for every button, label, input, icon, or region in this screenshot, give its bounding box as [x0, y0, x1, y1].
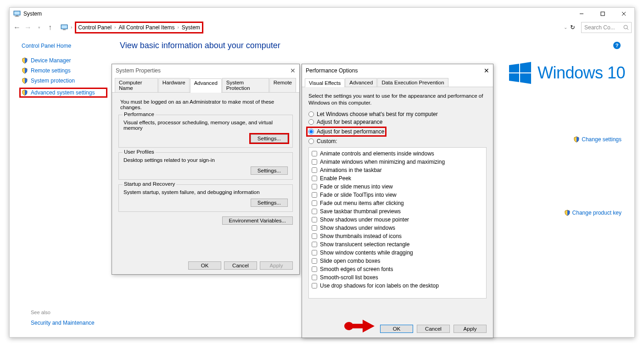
sidebar-item-system-protection[interactable]: System protection — [22, 78, 106, 84]
sidebar-item-device-manager[interactable]: Device Manager — [22, 57, 106, 64]
check-item[interactable]: Fade out menu items after clicking — [312, 199, 483, 207]
sidebar-item-advanced-system-settings[interactable]: Advanced system settings — [19, 88, 107, 98]
check-item[interactable]: Save taskbar thumbnail previews — [312, 207, 483, 216]
checkbox[interactable] — [312, 250, 317, 255]
apply-button[interactable]: Apply — [260, 261, 293, 270]
check-item[interactable]: Smooth-scroll list boxes — [312, 273, 483, 282]
checkbox[interactable] — [312, 209, 317, 214]
chevron-right-icon[interactable]: › — [177, 25, 179, 30]
check-item[interactable]: Animate controls and elements inside win… — [312, 150, 483, 158]
back-button[interactable]: ← — [12, 23, 22, 32]
radio-best-performance[interactable]: Adjust for best performance — [306, 127, 386, 137]
checkbox[interactable] — [312, 266, 317, 272]
radio-custom[interactable]: Custom: — [308, 138, 487, 144]
chevron-right-icon[interactable]: › — [71, 25, 72, 30]
change-settings-label: Change settings — [582, 136, 622, 143]
checkbox[interactable] — [312, 217, 317, 222]
performance-settings-button[interactable]: Settings... — [251, 134, 288, 143]
check-item[interactable]: Animations in the taskbar — [312, 166, 483, 174]
checkbox[interactable] — [312, 275, 317, 280]
maximize-button[interactable] — [592, 8, 613, 20]
tab-advanced[interactable]: Advanced — [190, 78, 222, 93]
checkbox[interactable] — [312, 258, 317, 264]
recent-dropdown[interactable]: ▾ — [34, 23, 44, 32]
forward-button[interactable]: → — [23, 23, 33, 32]
radio-input[interactable] — [308, 138, 314, 144]
checkbox[interactable] — [312, 233, 317, 239]
check-item[interactable]: Enable Peek — [312, 174, 483, 183]
sidebar-item-label: Remote settings — [31, 67, 71, 74]
control-panel-home-link[interactable]: Control Panel Home — [22, 43, 106, 49]
radio-best-appearance[interactable]: Adjust for best appearance — [308, 119, 487, 125]
checkbox[interactable] — [312, 159, 317, 165]
dialog-body: Select the settings you want to use for … — [302, 87, 493, 324]
breadcrumb-item[interactable]: All Control Panel Items — [118, 24, 174, 31]
tab-system-protection[interactable]: System Protection — [222, 78, 269, 92]
checkbox[interactable] — [312, 176, 317, 181]
tab-remote[interactable]: Remote — [269, 78, 296, 92]
checkbox[interactable] — [312, 184, 317, 189]
checkbox[interactable] — [312, 151, 317, 156]
check-label: Show translucent selection rectangle — [320, 240, 409, 249]
change-product-key-link[interactable]: Change product key — [564, 210, 622, 216]
check-item[interactable]: Animate windows when minimizing and maxi… — [312, 158, 483, 166]
check-item[interactable]: Show shadows under mouse pointer — [312, 216, 483, 224]
refresh-button[interactable]: ↻ — [570, 24, 575, 31]
check-item[interactable]: Show translucent selection rectangle — [312, 240, 483, 249]
cancel-button[interactable]: Cancel — [417, 325, 450, 333]
checkbox[interactable] — [312, 167, 317, 173]
check-item[interactable]: Use drop shadows for icon labels on the … — [312, 282, 483, 290]
check-item[interactable]: Show thumbnails instead of icons — [312, 232, 483, 240]
shield-icon — [22, 67, 28, 74]
check-item[interactable]: Smooth edges of screen fonts — [312, 265, 483, 273]
radio-input[interactable] — [308, 129, 314, 134]
checkbox[interactable] — [312, 283, 317, 288]
chevron-down-icon[interactable]: ⌄ — [564, 25, 567, 30]
tab-computer-name[interactable]: Computer Name — [115, 78, 158, 92]
breadcrumb-item[interactable]: Control Panel — [78, 24, 112, 31]
group-desc: Desktop settings related to your sign-in — [123, 157, 288, 163]
visual-effects-list[interactable]: Animate controls and elements inside win… — [308, 147, 487, 299]
checkbox[interactable] — [312, 242, 317, 247]
breadcrumb-bar[interactable]: › Control Panel › All Control Panel Item… — [58, 22, 577, 33]
check-label: Fade or slide menus into view — [320, 183, 393, 191]
check-item[interactable]: Fade or slide menus into view — [312, 183, 483, 191]
radio-input[interactable] — [308, 111, 314, 117]
dialog-title: Performance Options — [306, 67, 358, 74]
tab-advanced[interactable]: Advanced — [345, 78, 377, 87]
security-maintenance-link[interactable]: Security and Maintenance — [31, 320, 95, 326]
radio-label: Adjust for best performance — [317, 128, 384, 135]
search-input[interactable]: Search Co... — [581, 22, 632, 33]
help-icon[interactable]: ? — [613, 42, 621, 49]
cancel-button[interactable]: Cancel — [224, 261, 257, 270]
close-icon[interactable]: ✕ — [484, 67, 489, 74]
checkbox[interactable] — [312, 200, 317, 206]
close-icon[interactable]: ✕ — [290, 67, 296, 74]
check-item[interactable]: Slide open combo boxes — [312, 257, 483, 265]
chevron-right-icon[interactable]: › — [114, 25, 116, 30]
tab-dep[interactable]: Data Execution Prevention — [377, 78, 448, 87]
tab-visual-effects[interactable]: Visual Effects — [305, 78, 345, 87]
change-settings-link[interactable]: Change settings — [573, 136, 622, 143]
checkbox[interactable] — [312, 225, 317, 231]
tab-hardware[interactable]: Hardware — [158, 78, 190, 92]
user-profiles-settings-button[interactable]: Settings... — [251, 166, 288, 175]
check-item[interactable]: Show window contents while dragging — [312, 249, 483, 257]
sidebar-item-remote-settings[interactable]: Remote settings — [22, 67, 106, 74]
apply-button[interactable]: Apply — [454, 325, 487, 333]
startup-recovery-settings-button[interactable]: Settings... — [251, 199, 288, 207]
check-label: Show shadows under mouse pointer — [320, 216, 409, 224]
up-button[interactable]: ↑ — [45, 23, 55, 32]
check-item[interactable]: Show shadows under windows — [312, 224, 483, 232]
minimize-button[interactable] — [571, 8, 592, 20]
ok-button[interactable]: OK — [380, 325, 413, 333]
radio-let-windows-choose[interactable]: Let Windows choose what's best for my co… — [308, 111, 487, 117]
close-button[interactable] — [613, 8, 634, 20]
ok-button[interactable]: OK — [188, 261, 221, 270]
check-item[interactable]: Fade or slide ToolTips into view — [312, 191, 483, 199]
environment-variables-button[interactable]: Environment Variables... — [222, 216, 293, 225]
checkbox[interactable] — [312, 192, 317, 198]
radio-input[interactable] — [308, 119, 314, 125]
windows10-label: Windows 10 — [538, 63, 625, 83]
breadcrumb-item[interactable]: System — [182, 24, 200, 31]
